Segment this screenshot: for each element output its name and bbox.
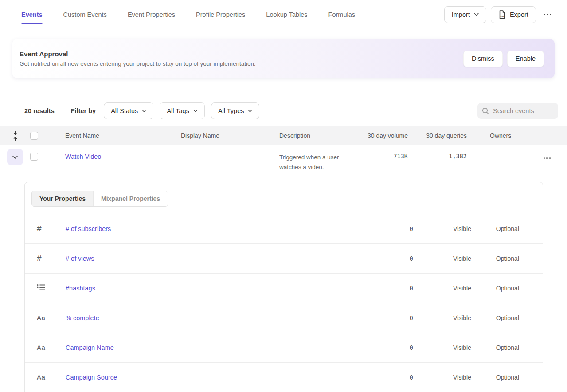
property-name-link[interactable]: % complete [66,314,99,321]
event-description: Triggered when a user watches a video. [274,145,355,172]
text-icon: Aa [37,344,45,351]
filter-all-status-label: All Status [111,107,138,114]
property-visibility: Visible [413,374,471,381]
event-row: Watch Video Triggered when a user watche… [0,145,567,182]
property-row: Aa Campaign Source 0 Visible Optional [25,363,543,392]
property-volume: 0 [369,374,413,381]
column-event-name: Event Name [51,132,173,139]
property-requirement: Optional [471,344,519,351]
number-icon: # [37,224,42,233]
banner-title: Event Approval [20,50,256,58]
tab-events[interactable]: Events [21,0,43,29]
property-visibility: Visible [413,314,471,321]
event-name-link[interactable]: Watch Video [65,153,101,160]
column-owners: Owners [469,132,528,139]
more-button[interactable] [540,6,555,23]
import-button-label: Import [452,11,470,18]
property-requirement: Optional [471,314,519,321]
column-display-name: Display Name [173,132,274,139]
row-checkbox[interactable] [30,153,38,161]
filter-all-types-label: All Types [218,107,244,114]
search-input[interactable] [493,107,551,114]
property-name-link[interactable]: # of views [66,255,94,262]
chevron-down-icon [193,110,198,112]
property-name-link[interactable]: #hashtags [66,285,95,292]
chevron-down-icon [142,110,146,112]
property-visibility: Visible [413,255,471,262]
svg-text:csv: csv [500,15,504,17]
property-volume: 0 [369,314,413,321]
property-visibility: Visible [413,285,471,292]
chevron-down-icon [474,13,479,16]
filter-all-tags-label: All Tags [167,107,189,114]
properties-panel: Your Properties Mixpanel Properties # # … [24,182,543,392]
banner-description: Get notified on all new events entering … [20,60,256,67]
tab-mixpanel-properties[interactable]: Mixpanel Properties [93,191,168,206]
property-row: Aa % complete 0 Visible Optional [25,303,543,333]
property-row: # # of subscribers 0 Visible Optional [25,214,543,244]
property-name-link[interactable]: Campaign Name [66,344,114,351]
property-requirement: Optional [471,374,519,381]
chevron-down-icon [248,110,252,112]
property-name-link[interactable]: Campaign Source [66,374,117,381]
list-icon [37,284,45,291]
dismiss-button[interactable]: Dismiss [463,51,503,67]
filter-all-tags[interactable]: All Tags [160,102,205,119]
csv-file-icon: csv [498,10,506,19]
column-30-day-volume: 30 day volume [355,132,409,139]
row-actions-button[interactable] [540,153,554,162]
property-requirement: Optional [471,285,519,292]
events-table-header: Event Name Display Name Description 30 d… [0,126,567,145]
top-nav: Events Custom Events Event Properties Pr… [0,0,567,29]
property-name-link[interactable]: # of subscribers [66,225,111,232]
lexicon-tabs: Events Custom Events Event Properties Pr… [21,0,355,29]
event-volume: 713K [355,145,409,160]
toolbar-divider [63,106,63,116]
export-button-label: Export [510,11,528,18]
property-volume: 0 [369,285,413,292]
property-row: # # of views 0 Visible Optional [25,244,543,274]
collapse-row-button[interactable] [7,149,23,165]
import-button[interactable]: Import [444,6,486,23]
property-volume: 0 [369,225,413,232]
property-requirement: Optional [471,255,519,262]
chevron-down-icon [12,156,18,159]
property-volume: 0 [369,344,413,351]
search-box[interactable] [477,103,558,119]
filter-all-status[interactable]: All Status [104,102,153,119]
tab-profile-properties[interactable]: Profile Properties [196,0,245,29]
event-approval-banner: Event Approval Get notified on all new e… [12,39,555,78]
tab-event-properties[interactable]: Event Properties [128,0,175,29]
property-requirement: Optional [471,225,519,232]
properties-tab-group: Your Properties Mixpanel Properties [31,191,168,207]
tab-lookup-tables[interactable]: Lookup Tables [266,0,307,29]
column-description: Description [274,132,355,139]
filter-by-label: Filter by [71,107,96,114]
property-row: #hashtags 0 Visible Optional [25,274,543,303]
event-queries: 1,382 [409,145,469,160]
text-icon: Aa [37,373,45,381]
results-count: 20 results [24,107,55,114]
search-icon [482,107,489,115]
property-row: Aa Campaign Name 0 Visible Optional [25,333,543,363]
filter-toolbar: 20 results Filter by All Status All Tags… [24,102,558,119]
property-volume: 0 [369,255,413,262]
more-icon [544,157,551,159]
tab-custom-events[interactable]: Custom Events [63,0,107,29]
filter-all-types[interactable]: All Types [211,102,260,119]
text-icon: Aa [37,314,45,321]
more-icon [544,14,551,15]
number-icon: # [37,254,42,263]
tab-your-properties[interactable]: Your Properties [32,191,93,206]
export-button[interactable]: csv Export [491,6,536,23]
collapse-all-icon[interactable] [12,131,18,141]
enable-button[interactable]: Enable [507,51,544,67]
select-all-checkbox[interactable] [30,132,38,140]
column-30-day-queries: 30 day queries [409,132,469,139]
property-visibility: Visible [413,344,471,351]
tab-formulas[interactable]: Formulas [328,0,355,29]
property-visibility: Visible [413,225,471,232]
